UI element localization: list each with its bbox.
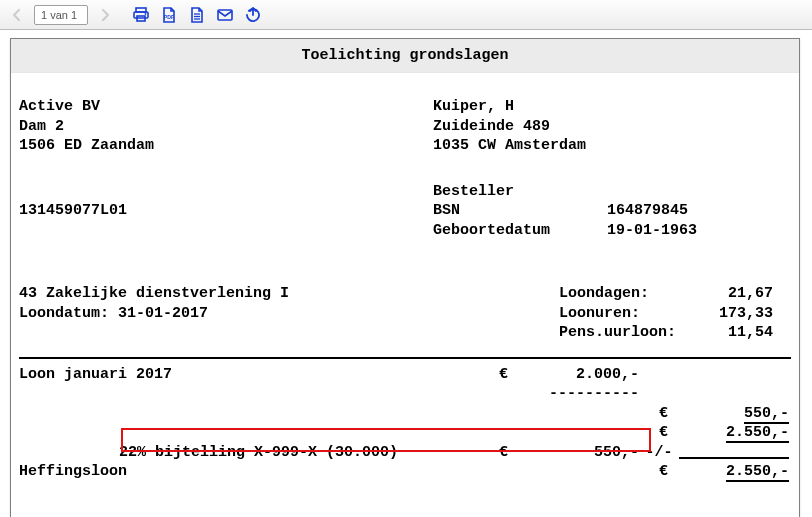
bsn-label: BSN [433,201,607,221]
svg-rect-8 [218,10,232,20]
company-city: 1506 ED Zaandam [19,136,433,156]
company-name: Active BV [19,97,433,117]
document-content: Active BV Dam 2 1506 ED Zaandam Kuiper, … [11,73,799,482]
bsn-value: 164879845 [607,201,688,221]
svg-rect-1 [134,12,148,18]
share-button[interactable] [240,3,266,27]
r1-value: 550,- [744,405,789,424]
svg-point-3 [145,13,147,15]
mail-button[interactable] [212,3,238,27]
dob-label: Geboortedatum [433,221,607,241]
r2-currency: € [659,423,679,443]
document-viewer: Toelichting grondslagen Active BV Dam 2 … [0,30,812,517]
loon-currency: € [499,365,519,385]
heffingsloon-label: Heffingsloon [19,462,499,482]
person-street: Zuideinde 489 [433,117,791,137]
loondagen-label: Loondagen: [559,284,693,304]
pens-label: Pens.uurloon: [559,323,693,343]
r1-currency: € [659,404,679,424]
heffingsloon-currency: € [659,462,679,482]
loon-label: Loon januari 2017 [19,365,499,385]
dob-value: 19-01-1963 [607,221,697,241]
toolbar: 1 van 1 PDF [0,0,812,30]
bijtelling-currency: € [499,443,519,463]
document-title: Toelichting grondslagen [11,39,799,73]
loondatum-value: 31-01-2017 [118,305,208,322]
person-city: 1035 CW Amsterdam [433,136,791,156]
page-indicator[interactable]: 1 van 1 [34,5,88,25]
bijtelling-value: 550,- [519,443,639,463]
loonuren-value: 173,33 [693,304,773,324]
next-page-button [92,3,118,27]
bijtelling-sep: -/- [639,443,679,463]
loondatum-label: Loondatum: [19,305,109,322]
document-button[interactable] [184,3,210,27]
pens-value: 11,54 [693,323,773,343]
company-code: 131459077L01 [19,201,433,221]
prev-page-button [4,3,30,27]
sector-line: 43 Zakelijke dienstverlening I [19,284,559,304]
r2-value: 2.550,- [726,424,789,443]
loonuren-label: Loonuren: [559,304,693,324]
print-button[interactable] [128,3,154,27]
loon-value: 2.000,- [519,365,639,385]
loondagen-value: 21,67 [693,284,773,304]
company-street: Dam 2 [19,117,433,137]
pdf-button[interactable]: PDF [156,3,182,27]
person-role: Besteller [433,182,791,202]
document-page: Toelichting grondslagen Active BV Dam 2 … [10,38,800,517]
svg-text:PDF: PDF [164,14,174,20]
divider [19,357,791,359]
bijtelling-label: 22% bijtelling X-999-X (30.000) [19,443,499,463]
person-name: Kuiper, H [433,97,791,117]
heffingsloon-value: 2.550,- [726,463,789,482]
loon-underline: ---------- [519,384,639,404]
